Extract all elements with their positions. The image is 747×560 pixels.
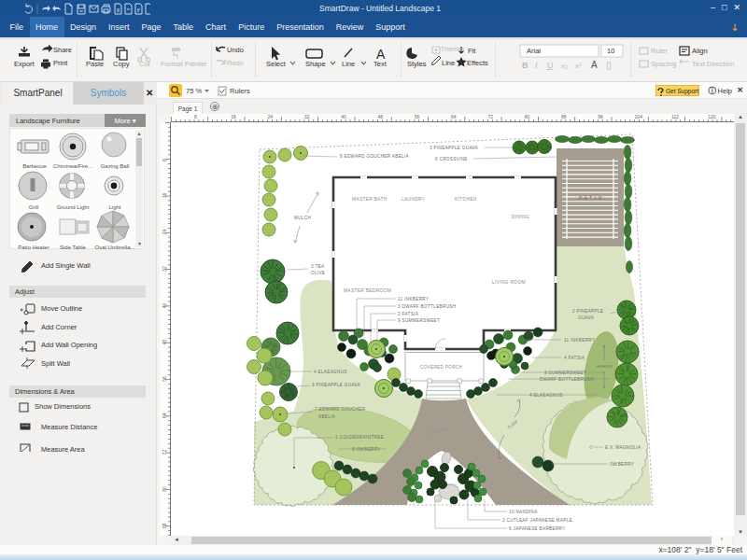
svg-text:6 JAPANESE BARBERRY: 6 JAPANESE BARBERRY xyxy=(509,526,566,531)
svg-text:112: 112 xyxy=(671,114,679,119)
svg-text:48: 48 xyxy=(162,340,167,345)
svg-text:48: 48 xyxy=(378,114,384,119)
svg-text:64: 64 xyxy=(451,114,457,119)
svg-text:MASTER BATH: MASTER BATH xyxy=(352,197,388,202)
svg-text:COVERED PORCH: COVERED PORCH xyxy=(420,365,462,370)
svg-text:56: 56 xyxy=(162,376,167,382)
svg-text:ABELIA: ABELIA xyxy=(318,414,336,419)
svg-text:INKBERRY: INKBERRY xyxy=(610,462,634,467)
svg-text:3 PINEAPPLE GUAVA: 3 PINEAPPLE GUAVA xyxy=(312,383,361,387)
svg-text:LAUNDRY: LAUNDRY xyxy=(402,197,426,202)
svg-text:88: 88 xyxy=(162,523,167,528)
svg-text:64: 64 xyxy=(162,413,167,418)
svg-text:11 INKBERRY: 11 INKBERRY xyxy=(398,297,429,301)
svg-text:I: I xyxy=(535,61,538,70)
svg-text:1 GOLDENRAINTREE: 1 GOLDENRAINTREE xyxy=(335,435,384,440)
svg-text:24: 24 xyxy=(268,114,274,119)
svg-text:MULCH: MULCH xyxy=(294,216,311,220)
svg-text:4 ELAEAGNUS: 4 ELAEAGNUS xyxy=(314,370,347,374)
svg-text:32: 32 xyxy=(162,266,167,272)
svg-text:96: 96 xyxy=(598,114,603,119)
svg-text:DWARF BOTTLEBRUSH: DWARF BOTTLEBRUSH xyxy=(540,377,594,382)
svg-text:Rulers: Rulers xyxy=(230,87,250,95)
svg-text:U: U xyxy=(547,61,554,70)
svg-text:16: 16 xyxy=(231,114,236,119)
svg-text:10: 10 xyxy=(607,47,614,55)
svg-text:8: 8 xyxy=(194,114,197,119)
svg-text:P A T I O: P A T I O xyxy=(579,195,602,201)
svg-text:32: 32 xyxy=(304,114,310,119)
svg-text:B: B xyxy=(522,61,529,70)
svg-text:16: 16 xyxy=(162,193,167,199)
svg-text:2 FATSIA: 2 FATSIA xyxy=(398,312,419,316)
svg-text:9 SUMMERSWEET: 9 SUMMERSWEET xyxy=(544,371,586,375)
svg-text:24: 24 xyxy=(162,230,167,235)
svg-text:GUAVA: GUAVA xyxy=(578,315,595,320)
svg-text:7 EDWARD GOUCHER: 7 EDWARD GOUCHER xyxy=(315,407,366,412)
svg-text:A: A xyxy=(591,60,598,70)
svg-text:104: 104 xyxy=(635,114,643,119)
svg-text:4 FATSIA: 4 FATSIA xyxy=(564,356,585,360)
svg-text:{}: {} xyxy=(606,61,612,70)
svg-text:120: 120 xyxy=(708,114,716,119)
svg-text:80: 80 xyxy=(162,486,167,492)
svg-text:LIVING ROOM: LIVING ROOM xyxy=(492,280,526,285)
svg-text:OLIVE: OLIVE xyxy=(311,271,325,275)
svg-text:3 TEA: 3 TEA xyxy=(311,264,325,269)
svg-text:88: 88 xyxy=(561,114,567,119)
svg-text:DINING: DINING xyxy=(512,215,529,219)
svg-text:4 ELAEAGNUS: 4 ELAEAGNUS xyxy=(529,393,563,398)
svg-text:6 CROSSVINE: 6 CROSSVINE xyxy=(435,157,468,161)
svg-text:x²: x² xyxy=(575,62,582,70)
svg-text:x₂: x₂ xyxy=(561,62,568,70)
svg-text:2 PINEAPPLE: 2 PINEAPPLE xyxy=(572,309,603,314)
svg-text:8 INKBERRY: 8 INKBERRY xyxy=(352,447,381,452)
svg-text:KITCHEN: KITCHEN xyxy=(455,197,477,202)
svg-text:Arial: Arial xyxy=(527,47,541,55)
svg-text:3 DWARF BOTTLEBRUSH: 3 DWARF BOTTLEBRUSH xyxy=(398,304,456,309)
svg-text:HERBS: HERBS xyxy=(597,364,613,369)
svg-text:40: 40 xyxy=(162,302,167,308)
svg-text:72: 72 xyxy=(487,114,493,119)
svg-text:11 INKBERRY: 11 INKBERRY xyxy=(564,338,595,343)
svg-text:8 EDWARD GOUCHER ABELIA: 8 EDWARD GOUCHER ABELIA xyxy=(340,154,410,159)
svg-text:2 CUTLEAF JAPANESE MAPLE: 2 CUTLEAF JAPANESE MAPLE xyxy=(502,518,572,523)
svg-text:E.V. MAGNOLIA: E.V. MAGNOLIA xyxy=(605,445,641,450)
svg-text:MASTER BEDROOM: MASTER BEDROOM xyxy=(344,288,391,293)
svg-text:72: 72 xyxy=(162,450,167,455)
svg-text:80: 80 xyxy=(525,114,530,119)
svg-text:10 NANDINA: 10 NANDINA xyxy=(509,510,538,514)
svg-text:56: 56 xyxy=(415,114,420,119)
svg-text:9 SUMMERSWEET: 9 SUMMERSWEET xyxy=(398,318,440,323)
svg-text:40: 40 xyxy=(341,114,346,119)
svg-text:75 %: 75 % xyxy=(186,87,202,95)
svg-text:3 PINEAPPLE GUAVA: 3 PINEAPPLE GUAVA xyxy=(430,146,479,150)
